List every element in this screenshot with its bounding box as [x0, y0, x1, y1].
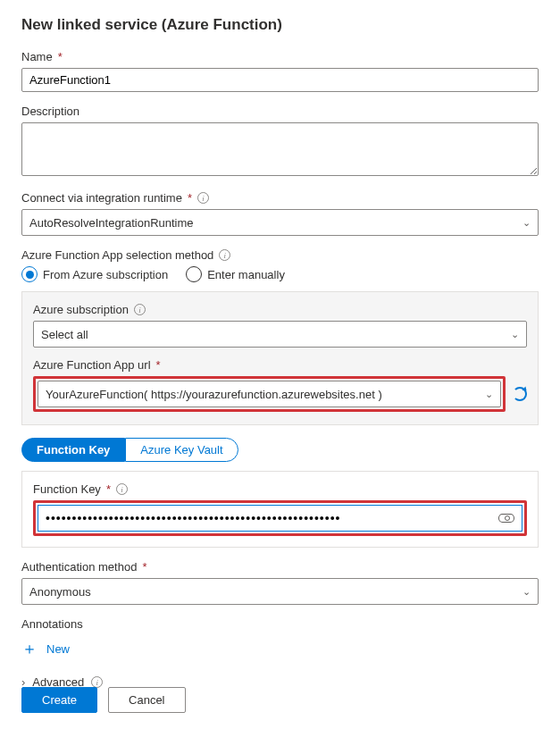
eye-icon[interactable]: [498, 514, 514, 523]
info-icon[interactable]: i: [219, 249, 230, 261]
required-indicator: *: [106, 482, 111, 496]
subscription-label: Azure subscription: [33, 303, 129, 316]
new-annotation-label: New: [46, 642, 70, 656]
integration-value: AutoResolveIntegrationRuntime: [29, 216, 194, 230]
function-key-input[interactable]: [46, 511, 498, 525]
function-key-label: Function Key: [33, 482, 101, 496]
info-icon[interactable]: i: [197, 192, 209, 204]
chevron-down-icon: ⌄: [485, 389, 493, 400]
radio-icon: [186, 266, 202, 282]
refresh-icon[interactable]: [513, 387, 527, 401]
app-url-value: YourAzureFunction( https://yourazurefunc…: [46, 388, 382, 401]
auth-label: Authentication method: [21, 560, 137, 574]
chevron-down-icon: ⌄: [522, 586, 531, 598]
integration-select[interactable]: AutoResolveIntegrationRuntime ⌄: [21, 209, 539, 236]
name-label: Name: [21, 50, 53, 63]
tab-key-vault[interactable]: Azure Key Vault: [125, 438, 238, 462]
radio-label: Enter manually: [207, 268, 285, 281]
description-textarea[interactable]: [21, 122, 539, 176]
radio-label: From Azure subscription: [43, 268, 168, 281]
chevron-down-icon: ⌄: [511, 329, 519, 340]
description-label: Description: [21, 105, 79, 118]
auth-value: Anonymous: [29, 585, 91, 599]
cancel-button[interactable]: Cancel: [108, 687, 185, 713]
app-url-select[interactable]: YourAzureFunction( https://yourazurefunc…: [38, 381, 501, 407]
required-indicator: *: [156, 358, 161, 372]
radio-from-subscription[interactable]: From Azure subscription: [21, 266, 168, 282]
tab-function-key[interactable]: Function Key: [21, 438, 125, 462]
page-title: New linked service (Azure Function): [21, 16, 539, 34]
chevron-down-icon: ⌄: [522, 217, 531, 229]
auth-select[interactable]: Anonymous ⌄: [21, 578, 539, 605]
add-annotation-button[interactable]: ＋ New: [21, 638, 539, 659]
app-url-label: Azure Function App url: [33, 358, 151, 372]
radio-enter-manually[interactable]: Enter manually: [186, 266, 285, 282]
radio-icon: [21, 266, 38, 282]
info-icon[interactable]: i: [134, 304, 146, 315]
name-input[interactable]: [21, 68, 539, 92]
subscription-select[interactable]: Select all ⌄: [33, 321, 527, 348]
integration-label: Connect via integration runtime: [21, 191, 182, 205]
selection-method-label: Azure Function App selection method: [21, 248, 213, 262]
subscription-value: Select all: [41, 328, 88, 341]
required-indicator: *: [188, 191, 192, 205]
required-indicator: *: [58, 50, 63, 63]
create-button[interactable]: Create: [21, 687, 97, 713]
required-indicator: *: [142, 560, 146, 574]
info-icon[interactable]: i: [116, 483, 128, 495]
annotations-label: Annotations: [21, 617, 83, 631]
plus-icon: ＋: [21, 638, 38, 659]
key-source-tabs: Function Key Azure Key Vault: [21, 438, 539, 462]
